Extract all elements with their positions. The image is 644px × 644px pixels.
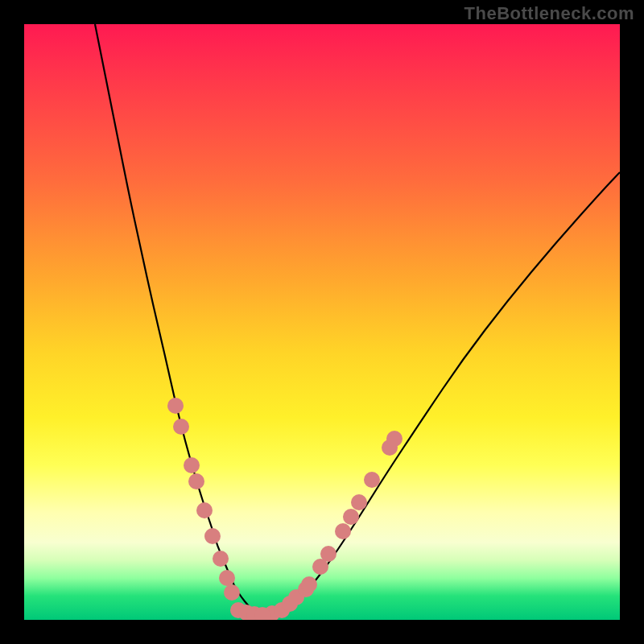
data-marker <box>386 431 402 447</box>
chart-svg <box>24 24 620 620</box>
data-marker <box>282 596 298 612</box>
data-marker <box>298 581 314 597</box>
data-marker <box>343 509 359 525</box>
data-marker <box>254 607 270 620</box>
data-marker <box>230 602 246 618</box>
data-marker <box>301 576 317 592</box>
data-marker <box>264 605 280 620</box>
data-marker <box>320 546 336 562</box>
data-marker <box>204 528 221 544</box>
data-marker <box>382 440 398 456</box>
data-marker <box>224 584 240 601</box>
v-curve <box>95 24 620 616</box>
data-marker <box>364 472 380 488</box>
data-marker <box>351 494 367 510</box>
data-marker <box>288 589 304 605</box>
marker-group <box>167 398 402 620</box>
plot-area <box>24 24 620 620</box>
data-marker <box>167 398 184 414</box>
data-marker <box>219 570 235 586</box>
data-marker <box>213 551 229 567</box>
data-marker <box>238 605 254 620</box>
data-marker <box>312 559 328 575</box>
data-marker <box>184 457 200 473</box>
data-marker <box>188 473 204 489</box>
chart-frame: TheBottleneck.com <box>0 0 644 644</box>
data-marker <box>173 419 189 435</box>
data-marker <box>335 523 351 539</box>
data-marker <box>246 606 262 620</box>
data-marker <box>196 502 213 518</box>
data-marker <box>274 602 290 618</box>
watermark-text: TheBottleneck.com <box>464 3 634 24</box>
